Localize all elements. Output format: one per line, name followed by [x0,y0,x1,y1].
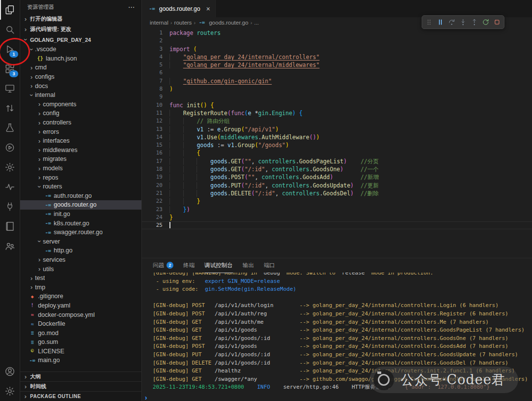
debug-step-over-button[interactable] [446,17,457,28]
code-token: , [251,158,258,165]
file-Dockerfile[interactable]: ≈Dockerfile [20,319,141,329]
file-go.sum[interactable]: ≡go.sum [20,338,141,347]
activity-remote-button[interactable] [0,79,20,98]
debug-stop-button[interactable] [492,17,502,28]
file-launch.json[interactable]: {}launch.json [20,54,141,63]
folder-errors[interactable]: ›errors [20,127,141,136]
section-package-outline[interactable]: › PACKAGE OUTLINE [20,391,141,401]
folder-configs[interactable]: ›configs [20,72,141,82]
file-.gitignore[interactable]: ◆.gitignore [20,292,141,301]
code-token [183,198,197,205]
folder-controllers[interactable]: ›controllers [20,118,141,127]
section-project-root[interactable]: › GOLANG_PER_DAY_24 [20,34,141,45]
panel-tab-output[interactable]: 输出 [243,258,254,273]
file-deploy.yaml[interactable]: !deploy.yaml [20,301,141,310]
file-init.go[interactable]: -∞init.go [20,210,141,219]
activity-settings-button[interactable] [0,381,20,401]
folder-internal[interactable]: ›internal [20,91,141,100]
file-k8s.router.go[interactable]: -∞k8s.router.go [20,218,141,228]
code-token: mode. Switch to [283,273,339,276]
folder-cmd[interactable]: ›cmd [20,63,141,72]
folder-components[interactable]: ›components [20,100,141,109]
breadcrumb-item[interactable]: internal [150,20,168,26]
folder-repos[interactable]: ›repos [20,173,141,182]
debug-grip-button[interactable] [424,17,434,28]
section-source-control-changes[interactable]: › 源代码管理: 更改 [20,24,141,34]
file-auth.router.go[interactable]: -∞auth.router.go [20,191,141,201]
folder-utils[interactable]: ›utils [20,264,141,274]
panel-tab-terminal[interactable]: 终端 [183,258,195,273]
folder-server[interactable]: ›server [20,237,141,246]
code-token [183,150,197,156]
activity-account-button[interactable] [0,362,20,381]
folder-docs[interactable]: ›docs [20,81,141,91]
tree-item-label: go.sum [38,339,58,345]
tab-goods-router-go[interactable]: -∞ goods.router.go × [142,0,216,17]
folder-tmp[interactable]: ›tmp [20,282,141,292]
code-token: GoodsOne [313,166,340,173]
sidebar-title-row: 资源管理器 ⋯ [20,0,141,14]
activity-community-button[interactable] [0,236,20,256]
license-file-icon: © [28,348,36,354]
folder-migrates[interactable]: ›migrates [20,154,141,164]
folder-.vscode[interactable]: ›.vscode [20,45,141,54]
activity-book-button[interactable] [0,216,20,236]
folder-test[interactable]: ›test [20,274,141,283]
line-number: 16 [142,149,169,157]
debug-restart-button[interactable] [480,17,491,28]
breadcrumb-item[interactable]: routers [174,20,192,26]
activity-sync-button[interactable] [0,98,20,118]
code-token [333,174,360,181]
activity-test-beaker-button[interactable] [0,118,20,138]
activity-run-debug-button[interactable]: 1 [0,39,20,59]
activity-plug-button[interactable] [0,197,20,216]
gear-code-icon [4,162,15,173]
console-line-6: [GIN-debug] POST /api/v1/auth/reg --> go… [153,310,532,318]
folder-middlewares[interactable]: ›middlewares [20,146,141,155]
file-http.go[interactable]: -∞http.go [20,246,141,255]
folder-interfaces[interactable]: ›interfaces [20,136,141,146]
file-go.mod[interactable]: ≡go.mod [20,328,141,338]
file-main.go[interactable]: -∞main.go [20,356,141,365]
code-token: e [217,126,221,133]
breadcrumb-label: ... [254,20,259,26]
folder-routers[interactable]: ›routers [20,182,141,191]
code-line-23: 23 }) [142,206,532,214]
debug-console-input[interactable]: › [145,394,147,401]
folder-config[interactable]: ›config [20,109,141,118]
activity-gear-code-button[interactable] [0,157,20,177]
section-open-editors[interactable]: › 打开的编辑器 [20,14,141,24]
breadcrumb-item[interactable]: -∞goods.router.go [198,20,248,26]
panel-tab-problems[interactable]: 问题2 [153,258,173,273]
close-icon[interactable]: × [206,5,210,13]
section-timeline[interactable]: › 时间线 [20,381,141,391]
debug-step-out-button[interactable] [469,17,480,28]
activity-search-button[interactable] [0,20,20,39]
section-outline[interactable]: › 大纲 [20,371,141,381]
activity-pulse-button[interactable] [0,177,20,197]
file-goods.router.go[interactable]: -∞goods.router.go [20,200,141,210]
file-swagger.router.go[interactable]: -∞swagger.router.go [20,228,141,237]
section-label: 大纲 [30,373,41,380]
more-actions-icon[interactable]: ⋯ [128,3,135,11]
chevron-down-icon: › [36,238,43,245]
activity-explorer-button[interactable] [0,0,20,20]
activity-play-circle-button[interactable] [0,138,20,157]
breadcrumb-item[interactable]: ... [254,20,259,26]
file-docker-compose.yml[interactable]: ≈docker-compose.yml [20,310,141,319]
line-number: 1 [142,29,169,37]
debug-pause-button[interactable] [435,17,446,28]
file-LICENSE[interactable]: ©LICENSE [20,347,141,356]
panel-tab-debug-console[interactable]: 调试控制台 [204,258,233,273]
code-token: //分页 [361,158,379,165]
code-token: ) [350,182,354,189]
folder-models[interactable]: ›models [20,164,141,173]
activity-extensions-button[interactable]: 3 [0,59,20,79]
code-token: GoodsPageList [299,158,343,165]
code-editor[interactable]: 1package routers23import (4 "golang_per_… [142,28,532,258]
panel-tab-ports[interactable]: 端口 [264,258,275,273]
code-token: //删除 [361,190,379,197]
debug-step-into-button[interactable] [458,17,468,28]
docker-compose-file-icon: ≈ [28,312,36,317]
folder-services[interactable]: ›services [20,255,141,265]
